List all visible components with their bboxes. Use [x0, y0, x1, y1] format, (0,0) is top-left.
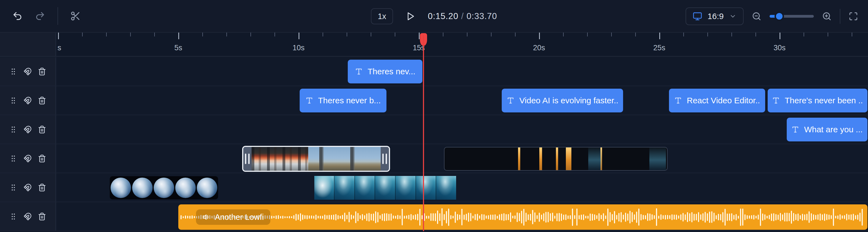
playback-speed-button[interactable]: 1x [371, 8, 393, 24]
ruler-tick [635, 33, 636, 36]
fullscreen-button[interactable] [849, 11, 858, 21]
track-lane-text[interactable]: What are you ... [56, 115, 868, 144]
text-clip[interactable]: React Video Editor.. [669, 89, 765, 112]
undo-button[interactable] [12, 11, 23, 21]
magnet-icon[interactable] [24, 184, 32, 192]
magnet-icon[interactable] [24, 212, 32, 221]
ruler-tick [804, 33, 804, 36]
split-scissors-button[interactable] [70, 11, 81, 21]
ruler-tick [491, 33, 492, 36]
audio-clip[interactable]: Another Lowfi [178, 204, 867, 230]
magnet-icon[interactable] [24, 96, 32, 105]
video-clip-underwater-reef[interactable] [314, 176, 456, 200]
magnet-icon[interactable] [24, 155, 32, 163]
trash-icon[interactable] [38, 125, 46, 134]
trash-icon[interactable] [38, 155, 46, 163]
magnet-icon[interactable] [24, 67, 32, 76]
drag-handle-icon[interactable] [9, 125, 18, 134]
ruler-tick [154, 33, 155, 36]
ruler-tick [587, 33, 588, 36]
audio-clip-label: Another Lowfi [215, 213, 264, 222]
ruler-tick-label: s [58, 44, 61, 52]
time-display: 0:15.20/0:33.70 [428, 11, 497, 21]
text-icon [674, 97, 682, 104]
thumbnail-tile [355, 176, 375, 200]
ruler-tick [707, 33, 708, 36]
text-icon [507, 97, 515, 104]
zoom-out-button[interactable] [752, 11, 761, 21]
text-clip[interactable]: Theres nev... [348, 60, 423, 84]
ruler-tick-label: 10s [292, 44, 305, 52]
chevron-down-icon [729, 13, 736, 20]
ruler-tick [130, 33, 131, 36]
video-clip-earth-from-space[interactable] [110, 176, 218, 199]
thumbnail-tile [375, 176, 396, 200]
ruler-tick-label: 30s [773, 44, 786, 52]
ruler-tick [539, 33, 540, 39]
ruler-tick [467, 33, 467, 36]
text-clip[interactable]: Video AI is evolving faster.. [502, 89, 623, 112]
drag-handle-icon[interactable] [9, 67, 18, 76]
track-lane-video[interactable] [56, 173, 868, 202]
timeline-ruler[interactable]: s5s10s15s20s25s30s [56, 33, 868, 57]
text-clip[interactable]: What are you ... [787, 118, 867, 141]
track-lane-video[interactable] [56, 144, 868, 173]
track-row-audio-track-1: Another Lowfi [0, 202, 868, 231]
video-clip-concert-lights[interactable] [444, 147, 668, 171]
drag-handle-icon[interactable] [9, 212, 18, 221]
ruler-tick [659, 33, 660, 39]
ruler-tick [106, 33, 107, 36]
track-controls [0, 57, 56, 86]
magnet-icon[interactable] [24, 125, 32, 134]
drag-handle-icon[interactable] [9, 155, 18, 163]
drag-handle-icon[interactable] [9, 96, 18, 105]
video-clip-rocket-launch-selected[interactable] [242, 146, 390, 172]
track-lane-text[interactable]: Theres nev... [56, 57, 868, 86]
text-clip[interactable]: There's never been .. [768, 89, 867, 112]
play-button[interactable] [406, 11, 415, 21]
drag-handle-icon[interactable] [9, 184, 18, 192]
track-lane-text[interactable]: Theres never b...Video AI is evolving fa… [56, 86, 868, 114]
redo-button[interactable] [35, 11, 45, 21]
time-separator: / [458, 11, 467, 21]
ruler-tick [299, 33, 299, 39]
trash-icon[interactable] [38, 212, 46, 221]
earth-thumbnail [111, 177, 131, 198]
zoom-in-button[interactable] [822, 11, 832, 21]
tracks-container: Theres nev...Theres never b...Video AI i… [0, 57, 868, 231]
ruler-tick [395, 33, 395, 36]
toolbar-divider [840, 9, 840, 24]
trash-icon[interactable] [38, 67, 46, 76]
ruler-tick [82, 33, 83, 36]
trash-icon[interactable] [38, 184, 46, 192]
trim-handle-left[interactable] [243, 147, 252, 171]
ruler-tick [203, 33, 203, 36]
track-row-video-track-1 [0, 144, 868, 173]
ruler-tick [226, 33, 227, 36]
earth-thumbnail [197, 177, 217, 198]
ruler-tick-label: 5s [175, 44, 182, 52]
thumbnail-launch-pad [308, 147, 381, 171]
ruler-tick [443, 33, 443, 36]
thumbnail-tile [436, 176, 456, 200]
thumbnail-tile [196, 176, 217, 199]
text-clip-label: Theres never b... [318, 96, 381, 105]
trim-handle-right[interactable] [381, 147, 389, 171]
ruler-tick [322, 33, 323, 36]
light-glow-decor [649, 147, 666, 170]
thumbnail-tile [416, 176, 436, 200]
slider-thumb[interactable] [775, 11, 784, 21]
text-clip[interactable]: Theres never b... [300, 89, 386, 112]
ruler-tick-label: 25s [653, 44, 665, 52]
video-thumbnails [252, 147, 381, 171]
track-row-text-track-1: Theres nev... [0, 57, 868, 86]
text-icon [355, 68, 363, 75]
playhead-line [423, 35, 424, 231]
ruler-tick [563, 33, 564, 36]
ruler-tick [732, 33, 732, 36]
trash-icon[interactable] [38, 96, 46, 105]
track-controls [0, 86, 56, 114]
aspect-ratio-button[interactable]: 16:9 [686, 7, 744, 25]
timeline-zoom-slider[interactable] [770, 11, 814, 21]
track-lane-audio[interactable]: Another Lowfi [56, 202, 868, 231]
